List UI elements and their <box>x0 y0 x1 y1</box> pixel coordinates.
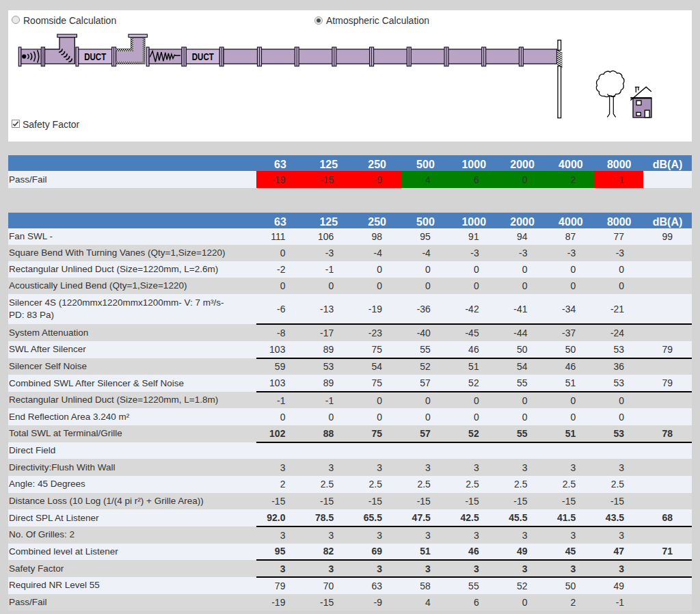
svg-text:DUCT: DUCT <box>192 51 214 62</box>
svg-text:DUCT: DUCT <box>84 51 106 62</box>
